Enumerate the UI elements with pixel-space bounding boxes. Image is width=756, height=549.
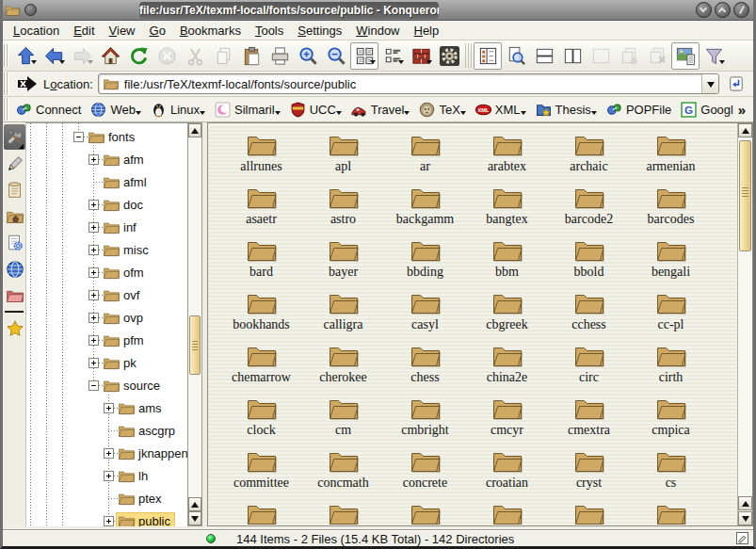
reload-button[interactable] <box>124 42 153 70</box>
folder-item[interactable] <box>384 501 466 525</box>
tree-expander[interactable] <box>88 380 99 391</box>
folder-item[interactable] <box>466 501 548 525</box>
folder-item[interactable]: cmbright <box>384 396 466 448</box>
tree-expander[interactable] <box>88 200 99 210</box>
tree-item-ams[interactable]: ams <box>26 396 187 419</box>
bookmark-connect[interactable]: Connect <box>11 100 86 120</box>
menu-help[interactable]: Help <box>409 22 448 40</box>
menu-bookmarks[interactable]: Bookmarks <box>174 22 249 40</box>
folder-item[interactable]: ar <box>384 132 466 185</box>
folder-item[interactable]: bbm <box>466 237 548 290</box>
folder-item[interactable] <box>302 501 384 525</box>
folder-item[interactable]: archaic <box>548 132 630 185</box>
go-button[interactable] <box>724 73 748 95</box>
titlebar[interactable]: file:/usr/TeX/texmf-local/fonts/source/p… <box>0 0 756 21</box>
tree-item-lh[interactable]: lh <box>26 464 187 487</box>
split-horizontal-button[interactable] <box>530 42 558 70</box>
folder-item[interactable]: cs <box>630 448 712 501</box>
tree-item-pfm[interactable]: pfm <box>26 329 187 351</box>
folder-item[interactable]: cirth <box>630 343 712 396</box>
menu-window[interactable]: Window <box>350 22 408 40</box>
tree-expander[interactable] <box>88 222 99 233</box>
tree-item-fonts[interactable]: fonts <box>26 125 187 148</box>
bookmark-ucc[interactable]: UCC <box>285 99 346 120</box>
multicolumn-view-button[interactable] <box>407 42 435 70</box>
close-view-button[interactable] <box>643 42 671 70</box>
window-menu-button[interactable] <box>5 4 21 17</box>
folder-item[interactable]: cc-pl <box>630 290 712 343</box>
sidebar-pencil-button[interactable] <box>4 151 25 176</box>
view-scrollbar[interactable] <box>737 123 752 525</box>
tree-item-ovf[interactable]: ovf <box>26 283 187 306</box>
scrollbar-thumb[interactable] <box>739 140 751 251</box>
paste-button[interactable] <box>237 42 265 70</box>
folder-item[interactable] <box>630 501 712 525</box>
location-value[interactable]: file:/usr/TeX/texmf-local/fonts/source/p… <box>124 77 697 91</box>
folder-item[interactable]: barcode2 <box>548 185 630 237</box>
tree-item-ovp[interactable]: ovp <box>26 306 187 329</box>
split-vertical-button[interactable] <box>558 42 587 70</box>
bookmark-travel[interactable]: Travel <box>346 99 415 120</box>
find-file-button[interactable] <box>502 42 530 70</box>
folder-item[interactable]: chemarrow <box>220 343 302 396</box>
bookmark-google[interactable]: Google <box>676 100 732 120</box>
sidebar-config-button[interactable] <box>4 124 25 150</box>
folder-item[interactable]: bayer <box>302 237 384 290</box>
folder-item[interactable]: concrete <box>384 448 466 501</box>
filter-button[interactable] <box>700 42 728 70</box>
scroll-up-button[interactable] <box>738 123 752 137</box>
folder-item[interactable]: cmcyr <box>466 396 548 448</box>
bookmark-popfile[interactable]: POPFile <box>602 100 676 120</box>
folder-item[interactable]: chess <box>384 343 466 396</box>
folder-item[interactable]: croatian <box>466 448 548 501</box>
folder-item[interactable]: bbold <box>548 237 630 290</box>
folder-item[interactable] <box>220 501 302 525</box>
folder-item[interactable]: barcodes <box>630 185 712 237</box>
cut-button[interactable] <box>181 42 209 70</box>
folder-item[interactable]: concmath <box>302 448 384 501</box>
tree-item-inf[interactable]: inf <box>26 216 187 238</box>
folder-item[interactable]: bbding <box>384 237 466 290</box>
folder-item[interactable]: apl <box>302 132 384 185</box>
menu-tools[interactable]: Tools <box>249 22 292 40</box>
icon-view-button[interactable] <box>350 42 378 70</box>
tree-item-source[interactable]: source <box>26 374 187 396</box>
bookmark-thesis[interactable]: Thesis <box>531 99 602 120</box>
folder-item[interactable]: bengali <box>630 237 712 290</box>
folder-item[interactable]: cmpica <box>630 396 712 448</box>
bookmark-xml[interactable]: XML <box>471 99 531 120</box>
folder-item[interactable]: bard <box>220 237 302 290</box>
menu-edit[interactable]: Edit <box>68 22 103 40</box>
sidebar-bookmarks-button[interactable] <box>4 315 25 341</box>
folder-item[interactable]: circ <box>548 343 630 396</box>
folder-item[interactable]: clock <box>220 396 302 448</box>
tree-item-afm[interactable]: afm <box>26 148 187 170</box>
maximize-button[interactable] <box>715 2 731 18</box>
close-button[interactable] <box>733 2 749 18</box>
tree-expander[interactable] <box>88 313 99 323</box>
tree-expander[interactable] <box>104 403 114 413</box>
settings-gear-button[interactable] <box>435 42 463 70</box>
folder-item[interactable]: asaetr <box>220 185 302 237</box>
tree-expander[interactable] <box>88 267 99 278</box>
tree-item-misc[interactable]: misc <box>26 238 187 261</box>
toolbar-grip[interactable] <box>4 73 8 95</box>
copy-button[interactable] <box>209 42 237 70</box>
duplicate-view-button[interactable] <box>615 42 643 70</box>
tree-item-pk[interactable]: pk <box>26 351 187 374</box>
tree-expander[interactable] <box>88 335 99 346</box>
up-button[interactable] <box>11 42 40 70</box>
sidebar-history-button[interactable] <box>4 177 25 202</box>
tree-item-ofm[interactable]: ofm <box>26 261 187 283</box>
view-link-checkbox[interactable] <box>736 532 748 544</box>
folder-item[interactable]: china2e <box>466 343 548 396</box>
folder-item[interactable]: bangtex <box>466 185 548 237</box>
menu-location[interactable]: Location <box>8 22 68 40</box>
sticky-button[interactable] <box>24 4 37 16</box>
tree-expander[interactable] <box>88 290 99 300</box>
scrollbar-thumb[interactable] <box>189 315 201 375</box>
folder-item[interactable]: cm <box>302 396 384 448</box>
tree-expander[interactable] <box>73 132 84 142</box>
remove-view-button[interactable] <box>587 42 615 70</box>
forward-button[interactable] <box>68 42 96 70</box>
